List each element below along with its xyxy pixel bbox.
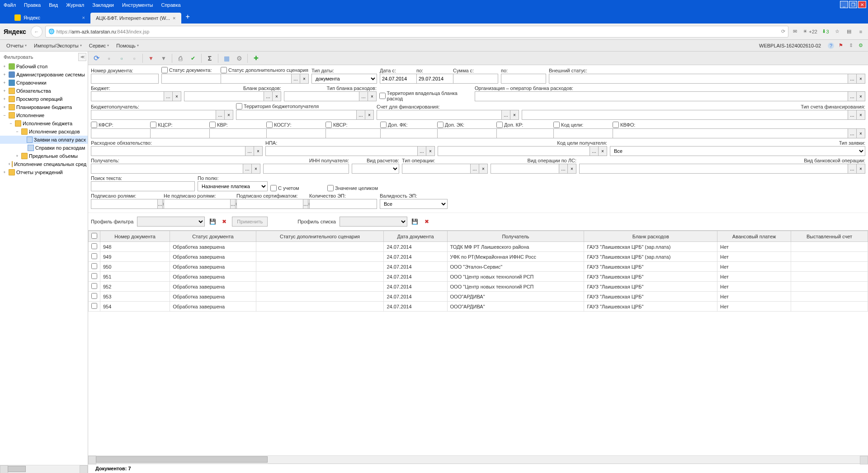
clear-button[interactable]: ×	[251, 164, 260, 174]
clear-button[interactable]: ×	[567, 164, 576, 174]
expense-blank-input[interactable]	[184, 91, 264, 101]
browser-tab-yandex[interactable]: Яндекс ×	[9, 12, 90, 24]
tree-node[interactable]: Справки по расходам	[0, 144, 88, 152]
column-header[interactable]: Бланк расходов	[584, 231, 717, 242]
bank-operation-type-input[interactable]	[579, 164, 848, 174]
list-profile-select[interactable]	[340, 217, 407, 227]
table-row[interactable]: 953 Обработка завершена 24.07.2014 ООО"А…	[89, 292, 868, 302]
external-status-input[interactable]	[549, 74, 848, 84]
clear-button[interactable]: ×	[368, 91, 377, 101]
tree-toggle-icon[interactable]: +	[2, 97, 7, 101]
ep-count-input[interactable]	[309, 199, 377, 209]
menu-history[interactable]: Журнал	[66, 2, 84, 8]
goalcode-input[interactable]	[553, 128, 620, 138]
lookup-button[interactable]: …	[559, 164, 568, 174]
menu-view[interactable]: Вид	[49, 2, 58, 8]
kcsr-input[interactable]	[150, 128, 217, 138]
kcsr-cb[interactable]	[150, 122, 156, 128]
tree-node[interactable]: −Исполнение бюджета	[0, 119, 88, 128]
help-icon[interactable]	[827, 42, 835, 49]
row-checkbox[interactable]	[91, 293, 97, 299]
clear-button[interactable]: ×	[479, 164, 488, 174]
column-header[interactable]: Авансовый платеж	[717, 231, 791, 242]
kvsr-cb[interactable]	[326, 122, 332, 128]
row-checkbox[interactable]	[91, 303, 97, 309]
payment-type-select[interactable]	[352, 164, 399, 174]
new-doc-button[interactable]	[116, 53, 127, 64]
clear-button[interactable]: ×	[272, 91, 281, 101]
app-gear-icon[interactable]: ⚙	[857, 42, 864, 49]
new-tab-button[interactable]: +	[181, 10, 194, 24]
column-header[interactable]: Дата документа	[384, 231, 447, 242]
bookmark-star-icon[interactable]: ☆	[834, 28, 841, 35]
lookup-button[interactable]: …	[848, 110, 857, 120]
window-minimize-button[interactable]: _	[840, 1, 848, 8]
clear-button[interactable]: ×	[856, 74, 865, 84]
tree-toggle-icon[interactable]: +	[2, 170, 7, 175]
filter-button[interactable]	[158, 53, 169, 64]
sidebar-collapse-button[interactable]: ≪	[78, 53, 86, 61]
tree-toggle-icon[interactable]: −	[2, 113, 7, 118]
clear-button[interactable]: ×	[856, 110, 865, 120]
expand-icon[interactable]: ⇕	[847, 42, 854, 49]
column-header[interactable]: Статус документа	[170, 231, 256, 242]
tree-node[interactable]: +Предельные объемы	[0, 152, 88, 160]
row-checkbox[interactable]	[91, 283, 97, 289]
tree-node[interactable]: +Планирование бюджета	[0, 103, 88, 111]
sum-from-input[interactable]	[453, 74, 498, 84]
clear-button[interactable]: ×	[856, 91, 865, 101]
tree-node[interactable]: +Просмотр операций	[0, 95, 88, 103]
tree-toggle-icon[interactable]: +	[2, 72, 7, 77]
tree-node[interactable]: +Исполнение специальных сред	[0, 160, 88, 168]
table-row[interactable]: 950 Обработка завершена 24.07.2014 ООО "…	[89, 262, 868, 272]
tree-toggle-icon[interactable]: +	[14, 154, 20, 158]
tree-toggle-icon[interactable]: +	[2, 105, 7, 109]
lookup-button[interactable]: …	[245, 146, 254, 156]
window-maximize-button[interactable]: ❐	[849, 1, 857, 8]
menu-help[interactable]: Справка	[161, 2, 180, 8]
row-checkbox[interactable]	[91, 273, 97, 279]
table-row[interactable]: 949 Обработка завершена 24.07.2014 УФК п…	[89, 252, 868, 262]
ls-operation-type-input[interactable]	[491, 164, 559, 174]
apply-button[interactable]: Применить	[232, 217, 268, 227]
clear-button[interactable]: ×	[254, 146, 263, 156]
copy-doc-button[interactable]	[129, 53, 140, 64]
menu-tools[interactable]: Инструменты	[122, 2, 153, 8]
clear-button[interactable]: ×	[300, 74, 309, 84]
recipient-goal-code-input[interactable]	[438, 146, 590, 156]
tree-node[interactable]: Заявки на оплату расх	[0, 136, 88, 144]
settings-button[interactable]	[234, 53, 245, 64]
kvfo-input[interactable]	[613, 128, 848, 138]
budget-input[interactable]	[91, 91, 164, 101]
lookup-button[interactable]: …	[590, 146, 599, 156]
clear-filter-button[interactable]	[146, 53, 156, 64]
ep-validity-select[interactable]: Все	[380, 199, 448, 209]
lookup-button[interactable]: …	[417, 146, 426, 156]
kosgu-cb[interactable]	[266, 122, 273, 128]
goalcode-cb[interactable]	[553, 122, 560, 128]
menu-reports[interactable]: Отчеты	[4, 41, 29, 50]
dopek-input[interactable]	[437, 128, 504, 138]
menu-import-export[interactable]: Импорты/Экспорты	[31, 41, 85, 50]
print-button[interactable]	[175, 53, 186, 64]
tree-toggle-icon[interactable]: +	[2, 89, 7, 93]
menu-service[interactable]: Сервис	[86, 41, 112, 50]
column-header[interactable]: Номер документа	[100, 231, 170, 242]
clear-button[interactable]: ×	[510, 110, 519, 120]
doc-status-checkbox[interactable]	[161, 67, 168, 73]
tab-close-icon[interactable]: ×	[82, 15, 85, 20]
budget-recipient-input[interactable]	[91, 110, 216, 120]
back-button[interactable]: ←	[31, 26, 42, 38]
add-scenario-input[interactable]	[221, 74, 292, 84]
unsigned-roles-input[interactable]	[164, 199, 231, 209]
kosgu-input[interactable]	[266, 128, 333, 138]
lookup-button[interactable]: …	[848, 128, 857, 138]
doc-number-input[interactable]	[91, 74, 159, 84]
window-close-button[interactable]: ✕	[858, 1, 866, 8]
lookup-button[interactable]: …	[848, 91, 857, 101]
by-field-select[interactable]: Назначение платежа	[198, 181, 268, 191]
mail-icon[interactable]: ✉	[791, 28, 798, 35]
request-type-select[interactable]: Все	[610, 146, 865, 156]
lookup-button[interactable]: …	[848, 74, 857, 84]
sum-button[interactable]	[204, 53, 215, 64]
